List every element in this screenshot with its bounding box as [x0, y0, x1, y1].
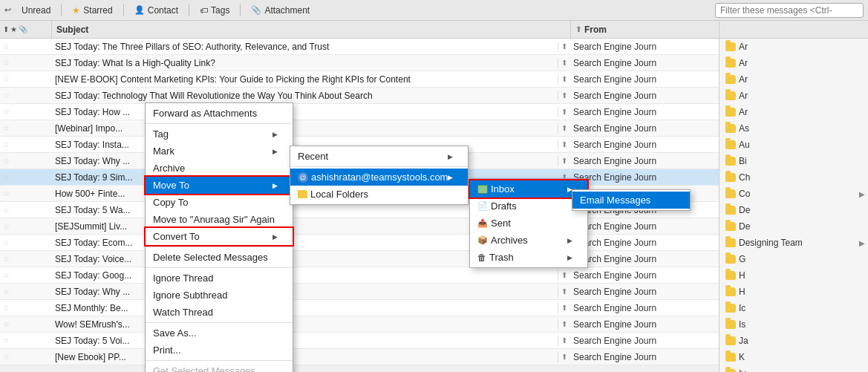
sidebar-item[interactable]: As	[719, 120, 868, 137]
sidebar-item[interactable]: H	[719, 284, 868, 300]
table-row[interactable]: ☆ SEJ Today: What Is a High-Quality Link…	[0, 55, 719, 71]
unread-button[interactable]: Unread	[19, 4, 53, 17]
row-icons: ☆	[0, 140, 52, 149]
folder-icon	[725, 42, 736, 51]
sidebar-item[interactable]: Bi	[719, 153, 868, 169]
drafts-item[interactable]: 📄 Drafts	[470, 198, 587, 215]
trash-label: Trash	[489, 252, 514, 263]
sidebar-item[interactable]: Is	[719, 316, 868, 333]
convert-arrow: ▶	[273, 233, 278, 241]
get-selected-item[interactable]: Get Selected Messages	[146, 362, 293, 372]
ignore-subthread-item[interactable]: Ignore Subthread	[146, 287, 293, 304]
sidebar-item-designing-team[interactable]: Designing Team▶	[719, 235, 868, 251]
tag-item[interactable]: Tag▶	[146, 125, 293, 143]
sidebar-item[interactable]: Ch	[719, 169, 868, 186]
print-item[interactable]: Print...	[146, 342, 293, 359]
table-row[interactable]: ☆ Wow! SEMrush's... ⬆ Search Engine Jour…	[0, 316, 719, 333]
ignore-thread-item[interactable]: Ignore Thread	[146, 270, 293, 287]
account-item[interactable]: @ ashishratan@teamsystools.com ▶	[290, 169, 468, 186]
copy-to-item[interactable]: Copy To	[146, 194, 293, 211]
row-from: Search Engine Journ	[570, 319, 719, 330]
sidebar-item[interactable]: Ar	[719, 39, 868, 55]
sidebar-item[interactable]: Iv	[719, 365, 868, 372]
save-as-item[interactable]: Save As...	[146, 324, 293, 342]
table-row[interactable]: ☆ SEJ Today: Voice... ⬆ Search Engine Jo…	[0, 251, 719, 267]
sidebar-item[interactable]: Au	[719, 137, 868, 153]
row-dot: ⬆	[558, 124, 570, 132]
context-menu-email-messages: Email Messages	[572, 189, 691, 211]
email-messages-item[interactable]: Email Messages	[572, 192, 690, 209]
attachment-button[interactable]: 📎 Attachment	[248, 4, 313, 17]
table-row[interactable]: ☆ [New Ebook] PP... ⬆ Search Engine Jour…	[0, 349, 719, 365]
sidebar-item[interactable]: De	[719, 202, 868, 218]
table-row[interactable]: ☆ SEJ Today: Technology That Will Revolu…	[0, 88, 719, 104]
ctx-separator	[290, 166, 468, 167]
star-icon: ☆	[3, 336, 10, 345]
sidebar-item[interactable]: Ar	[719, 104, 868, 120]
starred-label: Starred	[83, 5, 112, 16]
table-row[interactable]: ☆ [Webinar] Impo... ⬆ Search Engine Jour…	[0, 120, 719, 137]
tag-arrow: ▶	[273, 131, 278, 138]
folder-icon	[725, 353, 736, 362]
from-col-header[interactable]: ⬆ From	[571, 21, 719, 38]
mark-item[interactable]: Mark▶	[146, 143, 293, 160]
row-from: Search Engine Journ	[570, 123, 719, 134]
watch-thread-item[interactable]: Watch Thread	[146, 304, 293, 321]
forward-as-attachments-item[interactable]: Forward as Attachments	[146, 105, 293, 122]
subject-col-header[interactable]: Subject	[52, 21, 571, 38]
sent-icon: 📤	[477, 218, 488, 228]
move-to-item[interactable]: Move To▶	[146, 177, 293, 194]
sidebar-item[interactable]: Co▶	[719, 186, 868, 202]
filter-input[interactable]	[715, 3, 864, 18]
local-folders-item[interactable]: Local Folders	[290, 186, 468, 203]
table-row[interactable]: ☆ SEJ Today: Ecom... ⬆ Search Engine Jou…	[0, 235, 719, 251]
table-row[interactable]: ☆ SEJ Monthly: Be... ⬆ Search Engine Jou…	[0, 300, 719, 316]
sep1	[61, 4, 62, 16]
contact-button[interactable]: 👤 Contact	[131, 4, 181, 17]
sidebar-label: H	[739, 270, 745, 281]
sidebar-item[interactable]: Ar	[719, 88, 868, 104]
sidebar-item[interactable]: Ar	[719, 55, 868, 71]
sidebar-label: Iv	[739, 368, 745, 372]
move-again-item[interactable]: Move to "Anuraag Sir" Again	[146, 211, 293, 228]
row-from: Search Engine Journ	[570, 352, 719, 362]
account-icon: @	[298, 172, 308, 183]
folder-icon	[725, 59, 736, 68]
table-row[interactable]: ☆ [SEJSummit] Liv... ⬆ Search Engine Jou…	[0, 218, 719, 235]
sent-item[interactable]: 📤 Sent	[470, 215, 587, 232]
inbox-item[interactable]: Inbox ▶	[470, 180, 587, 198]
sidebar-item[interactable]: G	[719, 251, 868, 267]
row-icons: ☆	[0, 238, 52, 247]
table-row[interactable]: ☆ [NEW E-BOOK] Content Marketing KPIs: Y…	[0, 71, 719, 88]
trash-item[interactable]: 🗑 Trash ▶	[470, 249, 587, 266]
delete-messages-item[interactable]: Delete Selected Messages	[146, 249, 293, 266]
row-dot: ⬆	[558, 353, 570, 361]
table-row[interactable]: ☆ SEJ Today: 5 Voi... ⬆ Search Engine Jo…	[0, 333, 719, 349]
convert-to-item[interactable]: Convert To▶	[146, 228, 293, 245]
recent-item[interactable]: Recent▶	[290, 148, 468, 165]
row-icons: ☆	[0, 157, 52, 165]
chevron-right-icon: ▶	[859, 239, 865, 247]
local-folders-label: Local Folders	[310, 189, 368, 200]
star-icon: ☆	[3, 59, 10, 67]
table-row[interactable]: ☆ SEJ Today: The Three Pillars of SEO: A…	[0, 39, 719, 55]
archives-item[interactable]: 📦 Archives ▶	[470, 232, 587, 249]
ctx-separator	[146, 322, 293, 323]
archives-arrow: ▶	[567, 237, 572, 244]
sidebar-item[interactable]: De	[719, 218, 868, 235]
sidebar-item[interactable]: K	[719, 349, 868, 365]
chevron-right-icon: ▶	[859, 190, 865, 198]
mark-arrow: ▶	[273, 148, 278, 155]
sidebar-item[interactable]: H	[719, 267, 868, 284]
icon-col-header: ⬆ ★ 📎	[0, 21, 52, 38]
table-row[interactable]: ☆ SEJ Today: Why ... ⬆ Search Engine Jou…	[0, 284, 719, 300]
row-subject: SEJ Today: Why ...	[52, 287, 558, 297]
sidebar-item[interactable]: Ar	[719, 71, 868, 88]
archive-item[interactable]: Archive	[146, 160, 293, 177]
sidebar-item[interactable]: Ja	[719, 333, 868, 349]
table-row[interactable]: ☆ SEJ Today: How ... ⬆ Search Engine Jou…	[0, 104, 719, 120]
table-row[interactable]: ☆ SEJ Today: Goog... ⬆ Search Engine Jou…	[0, 267, 719, 284]
starred-button[interactable]: ★ Starred	[69, 4, 115, 17]
tags-button[interactable]: 🏷 Tags	[197, 4, 232, 17]
sidebar-item[interactable]: Ic	[719, 300, 868, 316]
